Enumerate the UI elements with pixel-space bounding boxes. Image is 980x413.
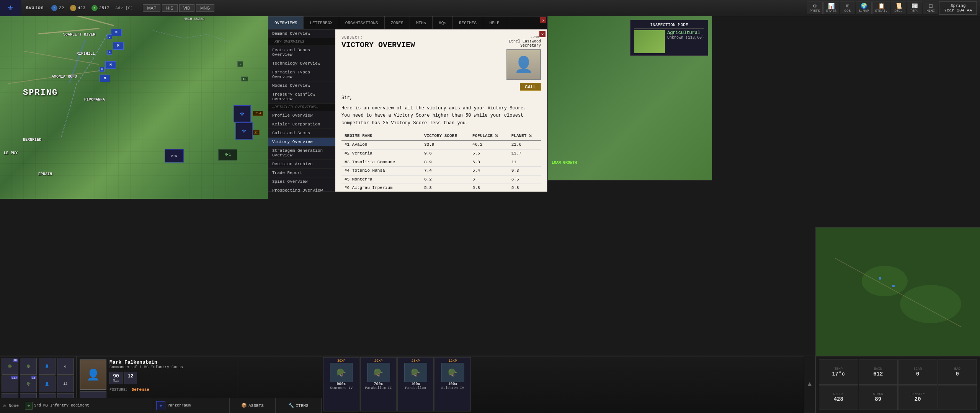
small-unit-3[interactable]: 👤	[39, 358, 56, 375]
place-scarlett-river: SCARLETT RIVER	[63, 33, 95, 37]
small-unit-8[interactable]: 12	[57, 376, 74, 392]
nav-scroll: ▲	[804, 356, 815, 413]
resource-1: ✦ 22	[48, 5, 67, 11]
place-amonia: AMONIA RUNS	[52, 75, 77, 79]
strat-button[interactable]: 📋 STRAT.	[872, 2, 890, 14]
tab-letterbox[interactable]: LETTERBOX	[304, 16, 339, 29]
place-eprain: EPRAIN	[38, 172, 52, 176]
enemy-unit-1[interactable]: ✦	[237, 61, 243, 67]
menu-technology[interactable]: Technology Overview	[268, 59, 335, 68]
map-paths	[0, 0, 268, 161]
map-unit-3[interactable]: M	[105, 61, 116, 69]
menu-section-detailed: —DETAILED OVERVIEWS—	[268, 104, 335, 111]
menu-prospecting[interactable]: Prospecting Overview	[268, 186, 335, 192]
unit-count-4[interactable]: 4	[107, 50, 112, 55]
map-unit-1[interactable]: M	[111, 29, 122, 36]
unit-stat-bars: 90 Mix 12	[109, 372, 234, 384]
table-header-row: REGIME RANK VICTORY SCORE POPULACE % PLA…	[341, 132, 541, 141]
prefs-button[interactable]: ⚙ PREFS	[807, 2, 823, 14]
menu-profile[interactable]: Profile Overview	[268, 111, 335, 120]
troop-card-3[interactable]: 23XP 🪖 100x Parabellum	[397, 357, 434, 411]
menu-cults[interactable]: Cults and Sects	[268, 129, 335, 138]
eagle-unit-2[interactable]: ⚜	[235, 122, 253, 140]
tab-mths[interactable]: MTHs	[410, 16, 433, 29]
nav-map[interactable]: MAP	[143, 4, 160, 12]
smap-button[interactable]: 🌍 S.MAP	[856, 2, 872, 14]
svg-rect-3	[879, 277, 881, 280]
small-unit-7[interactable]: 👤	[39, 376, 56, 392]
menu-stratagem[interactable]: Stratagem Generation Overview	[268, 146, 335, 160]
mini-button[interactable]: □ MINI	[923, 2, 938, 14]
spring-label: SPRING	[23, 88, 58, 98]
troop-card-2[interactable]: 29XP 🪖 700x Parabellum II	[360, 357, 397, 411]
troop-card-4[interactable]: 12XP 🪖 100x Soldaten IV	[434, 357, 471, 411]
map-unit-2[interactable]: M	[113, 42, 124, 50]
items-button[interactable]: 🔧 ITEMS	[276, 398, 321, 413]
menu-treasury[interactable]: Treasury cashflow overview	[268, 90, 335, 104]
unit-count-5[interactable]: 5	[100, 67, 105, 72]
unit-2i[interactable]: 2I	[253, 130, 260, 135]
content-area: ✕ SUBJECT: Victory Overview FROM: Ethel …	[335, 29, 547, 192]
map-unit-red[interactable]: M▪1	[165, 149, 184, 163]
unit-count-2[interactable]: 2	[107, 34, 112, 39]
season-display: Spring Year 204 AA	[939, 2, 977, 15]
rain-stat: Rain 612	[859, 359, 898, 385]
small-unit-2[interactable]: 🪖	[20, 358, 37, 375]
commander-name: Mark Falkenstein	[109, 359, 234, 365]
stats-button[interactable]: 📊 STATS	[823, 2, 839, 14]
eagle-unit[interactable]: ⚜	[234, 105, 251, 122]
letter-close-button[interactable]: ✕	[539, 31, 546, 37]
selection-bar: ◎ None ⚜ 3rd MG Infantry Regiment	[0, 398, 153, 413]
nav-his[interactable]: HIS	[162, 4, 177, 12]
tab-zones[interactable]: ZONES	[385, 16, 410, 29]
menu-decision-archive[interactable]: Decision Archive	[268, 160, 335, 169]
bad-stat: BAD 0	[938, 359, 977, 385]
nav-mng[interactable]: MNG	[196, 4, 214, 12]
empty-stat	[938, 385, 977, 410]
place-le-puy: LE PUY	[4, 151, 18, 155]
tab-bar: OVERVIEWS LETTERBOX ORGANISATIONS ZONES …	[268, 16, 547, 29]
nav-vid[interactable]: VID	[179, 4, 194, 12]
rep-button[interactable]: 📰 REP.	[907, 2, 922, 14]
enemy-unit-2[interactable]: 10	[241, 76, 248, 81]
small-unit-1[interactable]: 🪖 18	[2, 358, 18, 375]
table-row: #2 Vertaria 9.6 5.5 13.7	[341, 149, 541, 158]
menu-section-key: —KEY OVERVIEWS—	[268, 38, 335, 46]
menu-models[interactable]: Models Overview	[268, 81, 335, 90]
faction-logo: ⚜	[0, 0, 21, 16]
assets-button[interactable]: 📦 ASSETS	[230, 398, 276, 413]
menu-demand-overview[interactable]: Demand Overview	[268, 29, 335, 38]
letter-body: Sir, Here is an overview of all the vict…	[341, 94, 541, 192]
map-unit-4[interactable]: M	[100, 75, 110, 82]
from-label: FROM:	[509, 36, 541, 39]
small-unit-5[interactable]: 11J	[2, 376, 18, 392]
small-unit-m[interactable]: M▪1	[218, 149, 237, 161]
troop-icon-2: 🪖	[367, 363, 390, 382]
overlay-close-button[interactable]: ✕	[540, 17, 546, 23]
tab-help[interactable]: HELP	[483, 16, 506, 29]
menu-trade-report[interactable]: Trade Report	[268, 169, 335, 177]
tab-hqs[interactable]: HQs	[433, 16, 453, 29]
small-unit-6[interactable]: 🪖 1B	[20, 376, 37, 392]
tab-overviews[interactable]: OVERVIEWS	[268, 16, 304, 29]
troop-card-1[interactable]: 30XP 🪖 900x Sturmers IV	[323, 357, 359, 411]
faction-unit-icon: ⚜	[156, 401, 165, 410]
resource-2: ✦ 423	[67, 5, 88, 11]
tab-organisations[interactable]: ORGANISATIONS	[339, 16, 385, 29]
table-row: #3 Tosoliria Commune 8.9 6.8 11	[341, 158, 541, 167]
menu-keisler[interactable]: Keisler Corporation	[268, 120, 335, 129]
tab-regimes[interactable]: REGIMES	[453, 16, 483, 29]
minimap[interactable]	[815, 227, 980, 356]
menu-feats-bonus[interactable]: Feats and Bonus Overview	[268, 46, 335, 59]
menu-spies[interactable]: Spies Overview	[268, 177, 335, 186]
menu-victory[interactable]: Victory Overview	[268, 138, 335, 146]
small-unit-4[interactable]: ⚙	[57, 358, 74, 375]
dec-button[interactable]: 📜 DEC.	[891, 2, 906, 14]
letter-from-section: FROM: Ethel Eastwood Secretary CALL	[472, 36, 541, 91]
menu-formation-types[interactable]: Formation Types Overview	[268, 68, 335, 81]
subject-label: SUBJECT:	[341, 36, 472, 40]
stack-stat: Stack 89	[859, 385, 898, 410]
oob-button[interactable]: ⊞ OOB	[840, 2, 855, 14]
unit-inf[interactable]: 1Inf	[253, 111, 263, 116]
call-button[interactable]: CALL	[520, 83, 541, 91]
